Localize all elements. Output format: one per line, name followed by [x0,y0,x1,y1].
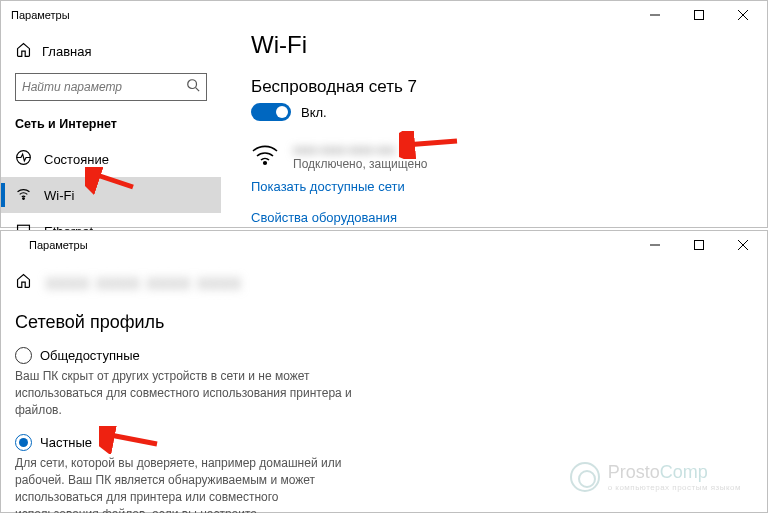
profile-heading: Сетевой профиль [15,312,753,333]
link-show-networks[interactable]: Показать доступные сети [251,179,753,194]
annotation-arrow-icon [85,167,135,195]
search-field[interactable] [22,80,186,94]
radio-label: Общедоступные [40,348,140,363]
close-button[interactable] [721,232,765,258]
sidebar: Главная Сеть и Интернет Состояние Wi-Fi … [1,29,221,227]
close-button[interactable] [721,2,765,28]
svg-point-7 [23,198,25,200]
network-page-title: xxxx xxxx xxxx xxxx [46,271,242,294]
wifi-toggle-label: Вкл. [301,105,327,120]
sidebar-item-label: Wi-Fi [44,188,74,203]
home-link[interactable]: Главная [1,37,221,73]
svg-rect-13 [695,241,704,250]
sidebar-item-label: Состояние [44,152,109,167]
status-icon [15,149,32,169]
radio-label: Частные [40,435,92,450]
back-header: xxxx xxxx xxxx xxxx [1,259,767,312]
public-description: Ваш ПК скрыт от других устройств в сети … [15,368,355,418]
watermark-brand: ProstoComp [608,462,741,483]
watermark-logo-icon [570,462,600,492]
settings-window-profile: Параметры xxxx xxxx xxxx xxxx Сетевой пр… [0,230,768,513]
sidebar-category: Сеть и Интернет [1,115,221,141]
minimize-button[interactable] [633,2,677,28]
wifi-toggle-row: Вкл. [251,103,753,121]
radio-public[interactable]: Общедоступные [15,347,753,364]
settings-window-wifi: Параметры Главная Сеть и Интернет Состоя… [0,0,768,228]
wireless-heading: Беспроводная сеть 7 [251,77,753,97]
maximize-button[interactable] [677,2,721,28]
window-title: Параметры [11,9,633,21]
svg-rect-1 [695,11,704,20]
svg-point-4 [188,80,197,89]
svg-line-11 [405,141,457,145]
private-description: Для сети, которой вы доверяете, например… [15,455,355,513]
page-title: Wi-Fi [251,31,753,59]
wifi-signal-icon [251,144,279,170]
home-label: Главная [42,44,91,59]
watermark-tagline: о компьютерах простым языком [608,483,741,492]
connected-network[interactable]: xxxx-xxxx-xxxx-xxx Подключено, защищено [251,143,753,171]
link-hardware-props[interactable]: Свойства оборудования [251,210,753,225]
maximize-button[interactable] [677,232,721,258]
network-status: Подключено, защищено [293,157,428,171]
titlebar: Параметры [1,231,767,259]
radio-icon [15,434,32,451]
window-title: Параметры [29,239,633,251]
annotation-arrow-icon [99,426,159,454]
wifi-toggle[interactable] [251,103,291,121]
watermark: ProstoComp о компьютерах простым языком [570,462,741,492]
search-icon [186,78,200,96]
annotation-arrow-icon [399,131,459,159]
home-icon[interactable] [15,272,32,293]
svg-point-9 [264,162,267,165]
svg-line-16 [105,434,157,444]
wifi-icon [15,185,32,205]
search-input[interactable] [15,73,207,101]
minimize-button[interactable] [633,232,677,258]
content-area: Wi-Fi Беспроводная сеть 7 Вкл. xxxx-xxxx… [221,29,767,227]
titlebar: Параметры [1,1,767,29]
svg-line-10 [91,173,133,187]
svg-line-5 [196,88,200,92]
home-icon [15,41,32,61]
radio-icon [15,347,32,364]
